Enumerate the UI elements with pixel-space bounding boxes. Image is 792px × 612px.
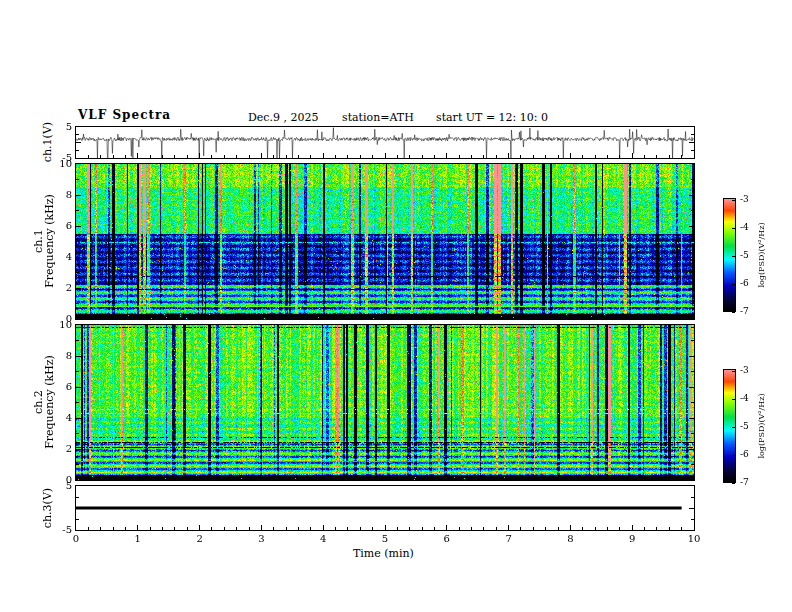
- tick-mark: [100, 477, 101, 480]
- tick-mark: [310, 316, 311, 319]
- tick-mark: [187, 155, 188, 158]
- tick-mark: [496, 477, 497, 480]
- figure-title: VLF Spectra: [78, 108, 171, 122]
- tick-mark: [656, 527, 657, 530]
- tick-mark: [422, 316, 423, 319]
- tick-mark: [76, 418, 81, 419]
- tick-mark: [335, 155, 336, 158]
- tick-mark: [76, 464, 79, 465]
- tick-mark: [691, 433, 694, 434]
- tick-mark: [385, 314, 386, 319]
- tick-label: 5: [377, 534, 393, 544]
- tick-mark: [689, 418, 694, 419]
- tick-mark: [533, 316, 534, 319]
- ylabel-ch2-line2: Frequency (kHz): [44, 355, 55, 449]
- tick-mark: [545, 527, 546, 530]
- tick-mark: [187, 316, 188, 319]
- tick-mark: [732, 284, 735, 285]
- tick-mark: [335, 316, 336, 319]
- tick-mark: [644, 155, 645, 158]
- tick-mark: [125, 155, 126, 158]
- tick-mark: [125, 316, 126, 319]
- tick-mark: [732, 256, 735, 257]
- tick-mark: [446, 314, 447, 319]
- tick-mark: [125, 477, 126, 480]
- tick-label: -7: [740, 477, 758, 487]
- tick-mark: [360, 316, 361, 319]
- tick-mark: [691, 464, 694, 465]
- tick-mark: [570, 525, 571, 530]
- tick-mark: [732, 200, 735, 201]
- tick-label: -6: [740, 278, 758, 288]
- tick-mark: [520, 477, 521, 480]
- tick-mark: [174, 155, 175, 158]
- header-start-ut: start UT = 12: 10: 0: [436, 111, 548, 124]
- tick-mark: [691, 303, 694, 304]
- tick-mark: [681, 155, 682, 158]
- tick-mark: [632, 525, 633, 530]
- tick-mark: [732, 228, 735, 229]
- tick-label: 4: [56, 252, 72, 262]
- tick-mark: [76, 272, 79, 273]
- tick-label: 6: [56, 221, 72, 231]
- tick-mark: [236, 527, 237, 530]
- tick-label: 4: [56, 413, 72, 423]
- ch2-spectrogram-canvas: [76, 325, 694, 480]
- tick-mark: [508, 475, 509, 480]
- tick-mark: [582, 527, 583, 530]
- tick-mark: [224, 155, 225, 158]
- header-date: Dec.9 , 2025: [248, 111, 318, 124]
- tick-mark: [76, 179, 79, 180]
- tick-mark: [409, 316, 410, 319]
- tick-mark: [434, 316, 435, 319]
- tick-mark: [508, 314, 509, 319]
- tick-mark: [582, 155, 583, 158]
- tick-mark: [732, 312, 735, 313]
- tick-mark: [76, 371, 79, 372]
- tick-mark: [483, 477, 484, 480]
- tick-mark: [483, 316, 484, 319]
- tick-mark: [607, 527, 608, 530]
- tick-mark: [88, 477, 89, 480]
- tick-mark: [446, 153, 447, 158]
- tick-mark: [689, 508, 694, 509]
- tick-mark: [347, 527, 348, 530]
- tick-mark: [76, 340, 79, 341]
- tick-mark: [732, 399, 735, 400]
- tick-mark: [273, 316, 274, 319]
- tick-mark: [656, 316, 657, 319]
- tick-mark: [409, 527, 410, 530]
- tick-mark: [100, 316, 101, 319]
- tick-mark: [76, 402, 79, 403]
- tick-mark: [397, 155, 398, 158]
- tick-mark: [570, 475, 571, 480]
- tick-mark: [595, 316, 596, 319]
- tick-mark: [471, 155, 472, 158]
- tick-mark: [689, 195, 694, 196]
- tick-mark: [113, 477, 114, 480]
- ch3-waveform-canvas: [76, 486, 694, 530]
- tick-mark: [88, 155, 89, 158]
- tick-mark: [249, 316, 250, 319]
- tick-mark: [691, 134, 694, 135]
- tick-mark: [545, 316, 546, 319]
- tick-mark: [286, 477, 287, 480]
- tick-mark: [372, 316, 373, 319]
- tick-mark: [113, 316, 114, 319]
- tick-mark: [732, 427, 735, 428]
- tick-mark: [125, 527, 126, 530]
- tick-mark: [261, 475, 262, 480]
- tick-mark: [211, 527, 212, 530]
- tick-mark: [360, 527, 361, 530]
- tick-mark: [619, 155, 620, 158]
- tick-mark: [76, 210, 79, 211]
- tick-label: 5: [56, 481, 72, 491]
- tick-mark: [558, 477, 559, 480]
- ch1-spectrogram-canvas: [76, 164, 694, 319]
- tick-mark: [691, 371, 694, 372]
- tick-mark: [236, 155, 237, 158]
- tick-mark: [199, 475, 200, 480]
- tick-label: 10: [56, 159, 72, 169]
- tick-mark: [681, 477, 682, 480]
- tick-mark: [76, 226, 81, 227]
